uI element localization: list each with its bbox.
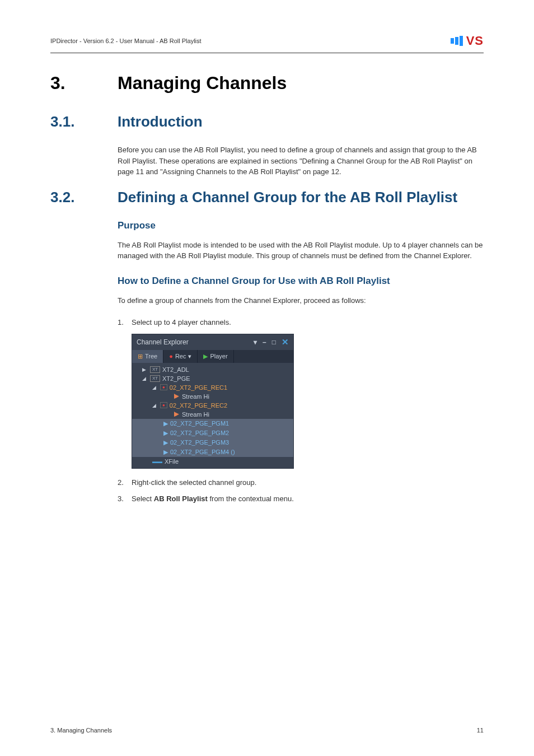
tree-item-rec1[interactable]: ◢ ● 02_XT2_PGE_REC1	[132, 383, 293, 392]
page-number: 11	[477, 727, 484, 734]
steps-list-cont: 2. Right-click the selected channel grou…	[118, 477, 484, 505]
rec-channel-icon: ●	[160, 384, 167, 390]
chapter-title: Managing Channels	[118, 73, 287, 94]
tab-tree[interactable]: ⊞ Tree	[132, 350, 163, 363]
maximize-icon[interactable]: □	[272, 338, 276, 346]
header-doc-title: IPDirector - Version 6.2 - User Manual -…	[50, 38, 202, 44]
chapter-number: 3.	[50, 73, 90, 94]
play-icon: ▶	[203, 353, 208, 360]
xt-icon: XT	[150, 366, 160, 373]
chapter-heading: 3. Managing Channels	[50, 73, 484, 94]
collapse-arrow-icon[interactable]: ◢	[142, 376, 148, 381]
tree-item-xt2-pge[interactable]: ◢ XT XT2_PGE	[132, 374, 293, 383]
chevron-down-icon: ▾	[188, 353, 191, 360]
howto-intro: To define a group of channels from the C…	[118, 295, 484, 306]
tree-item-xt2-adl[interactable]: ▶ XT XT2_ADL	[132, 365, 293, 374]
tree-icon: ⊞	[138, 353, 143, 360]
tree-item-pgm3[interactable]: ▶ 02_XT2_PGE_PGM3	[132, 438, 293, 447]
player-channel-icon: ▶	[163, 449, 168, 456]
evs-logo: VS	[451, 34, 484, 48]
section-1-body: Before you can use the AB Roll Playlist,…	[118, 144, 484, 178]
dropdown-icon[interactable]: ▾	[254, 338, 257, 346]
page-header: IPDirector - Version 6.2 - User Manual -…	[50, 34, 484, 53]
step-1: 1. Select up to 4 player channels.	[118, 317, 484, 328]
tree-item-pgm2[interactable]: ▶ 02_XT2_PGE_PGM2	[132, 428, 293, 438]
tree-view: ▶ XT XT2_ADL ◢ XT XT2_PGE ◢ ● 02_XT2_PGE…	[132, 363, 293, 468]
player-channel-icon: ▶	[163, 439, 168, 446]
tree-item-stream-2[interactable]: ⯈ Stream Hi	[132, 410, 293, 419]
tree-item-stream-1[interactable]: ⯈ Stream Hi	[132, 392, 293, 401]
section-2-title: Defining a Channel Group for the AB Roll…	[118, 189, 484, 206]
stream-icon: ⯈	[174, 393, 180, 400]
step-2: 2. Right-click the selected channel grou…	[118, 477, 484, 488]
howto-heading: How to Define a Channel Group for Use wi…	[118, 276, 484, 287]
expand-arrow-icon[interactable]: ▶	[142, 367, 148, 372]
rec-icon: ●	[169, 353, 173, 360]
close-icon[interactable]: ✕	[282, 337, 289, 347]
step-3: 3. Select AB Roll Playlist from the cont…	[118, 493, 484, 505]
tab-bar: ⊞ Tree ● Rec ▾ ▶ Player	[132, 350, 293, 363]
footer-left: 3. Managing Channels	[50, 727, 112, 734]
section-2-number: 3.2.	[50, 189, 90, 206]
purpose-heading: Purpose	[118, 220, 484, 231]
window-titlebar: Channel Explorer ▾ – □ ✕	[132, 334, 293, 350]
section-1-title: Introduction	[118, 113, 484, 130]
tree-item-rec2[interactable]: ◢ ● 02_XT2_PGE_REC2	[132, 401, 293, 410]
section-2-heading: 3.2. Defining a Channel Group for the AB…	[50, 189, 484, 206]
stream-icon: ⯈	[174, 411, 180, 418]
tree-item-xfile[interactable]: ▬▬ XFile	[132, 457, 293, 466]
minimize-icon[interactable]: –	[263, 338, 266, 346]
xfile-icon: ▬▬	[152, 459, 162, 464]
tree-item-pgm4[interactable]: ▶ 02_XT2_PGE_PGM4 ()	[132, 447, 293, 457]
section-1-heading: 3.1. Introduction	[50, 113, 484, 130]
tab-rec[interactable]: ● Rec ▾	[163, 350, 198, 363]
collapse-arrow-icon[interactable]: ◢	[152, 403, 158, 408]
tree-item-pgm1[interactable]: ▶ 02_XT2_PGE_PGM1	[132, 419, 293, 428]
steps-list: 1. Select up to 4 player channels.	[118, 317, 484, 328]
section-1-number: 3.1.	[50, 113, 90, 130]
tab-player[interactable]: ▶ Player	[198, 350, 233, 363]
player-channel-icon: ▶	[163, 420, 168, 427]
player-channel-icon: ▶	[163, 430, 168, 437]
collapse-arrow-icon[interactable]: ◢	[152, 385, 158, 390]
xt-icon: XT	[150, 375, 160, 382]
purpose-body: The AB Roll Playlist mode is intended to…	[118, 240, 484, 262]
channel-explorer-screenshot: Channel Explorer ▾ – □ ✕ ⊞ Tree ● Rec ▾	[132, 334, 294, 469]
window-title: Channel Explorer	[137, 338, 189, 346]
page-footer: 3. Managing Channels 11	[50, 727, 484, 734]
rec-channel-icon: ●	[160, 402, 167, 408]
